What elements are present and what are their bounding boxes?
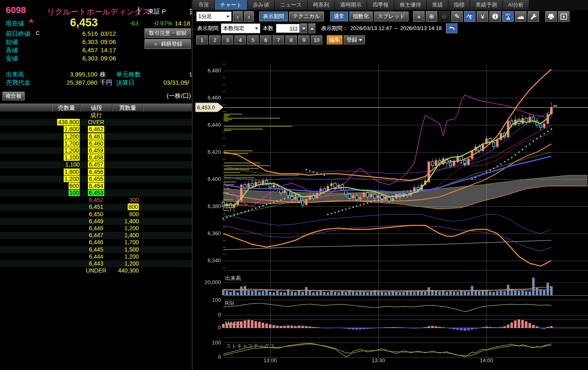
next-button[interactable]: ›	[244, 11, 254, 22]
prev-button[interactable]: ‹	[233, 11, 243, 22]
order-book-row[interactable]: 1,2006,455	[0, 176, 192, 183]
count-input[interactable]	[276, 24, 300, 33]
printer-icon[interactable]	[545, 11, 557, 22]
page-button-7[interactable]: 7	[273, 35, 284, 44]
order-book-row[interactable]: 6,4451,500	[0, 246, 192, 253]
undo-icon[interactable]	[446, 23, 457, 33]
tab-四季報[interactable]: 四季報	[367, 0, 394, 10]
order-book-row[interactable]: 6006,454	[0, 183, 192, 190]
tab-株主優待[interactable]: 株主優待	[394, 0, 427, 10]
register-dropdown[interactable]: 登録	[344, 35, 365, 44]
yen-icon[interactable]: ¥	[477, 11, 488, 22]
order-book-row[interactable]: 1,2006,461	[0, 133, 192, 140]
area-chart-icon[interactable]	[515, 11, 526, 22]
sell-qty-cell	[53, 260, 80, 267]
range-label: 表示期間：	[321, 25, 348, 32]
order-book-row[interactable]: 1,2006,459	[0, 147, 192, 154]
uptick-arrow-icon	[29, 18, 34, 22]
page-button-10[interactable]: 10	[311, 35, 322, 44]
page-button-2[interactable]: 2	[209, 35, 220, 44]
price-cell: 6,444	[80, 253, 112, 260]
order-book-row[interactable]: UNDER440,300	[0, 267, 192, 274]
tab-市況[interactable]: 市況	[193, 0, 215, 10]
page-button-5[interactable]: 5	[247, 35, 259, 44]
tab-ニュース[interactable]: ニュース	[275, 0, 308, 10]
market-label: 東証 P	[148, 8, 166, 16]
order-book-row[interactable]: 6,4491,400	[0, 218, 192, 225]
sell-qty-cell: 1,200	[53, 133, 80, 140]
page-button-8[interactable]: 8	[285, 35, 297, 44]
turnover-label: 売買代金	[6, 79, 30, 87]
buy-qty-cell: 800	[112, 211, 142, 218]
order-book-row[interactable]: 1,6006,462	[0, 126, 192, 133]
order-book-row[interactable]: 1,1006,458	[0, 154, 192, 161]
my-settings-icon[interactable]: MY	[502, 11, 514, 22]
page-button-6[interactable]: 6	[260, 35, 271, 44]
page-button-9[interactable]: 9	[298, 35, 310, 44]
timeframe-select[interactable]: 1分足	[196, 12, 232, 21]
register-stock-button[interactable]: ＋ 銘柄登録	[145, 39, 191, 49]
low-label: 安値	[6, 55, 18, 62]
sell-qty-cell: 1,700	[53, 140, 80, 147]
wrench-icon[interactable]	[528, 11, 539, 22]
order-book-row[interactable]: 成行	[0, 112, 192, 119]
spread-button[interactable]: スプレッド	[374, 12, 409, 21]
tab-業績[interactable]: 業績	[427, 0, 448, 10]
tab-適時開示[interactable]: 適時開示	[335, 0, 367, 10]
zoom-out-icon[interactable]: ⊖	[439, 11, 450, 22]
order-book-row[interactable]: 6,450800	[0, 211, 192, 218]
zoom-in-icon[interactable]: ⊕	[426, 11, 437, 22]
document-icon[interactable]	[138, 7, 139, 15]
order-book-row[interactable]: 1006,453	[0, 190, 192, 197]
price-cell: 6,455	[80, 176, 112, 183]
edit-button[interactable]: 編集	[327, 35, 342, 44]
order-book-row[interactable]: 6,451800	[0, 204, 192, 210]
order-book-row[interactable]: 6,4431,200	[0, 260, 192, 267]
order-book-row[interactable]: 6,4481,200	[0, 225, 192, 232]
composite-board-button[interactable]: 複合板	[2, 92, 25, 100]
chevron-down-icon	[255, 28, 258, 30]
order-book-row[interactable]: 1,1006,457	[0, 161, 192, 168]
sell-qty-cell	[53, 267, 80, 274]
order-book-row[interactable]: 6,452300	[0, 197, 192, 204]
info-icon[interactable]	[489, 11, 501, 22]
tab-歩み値[interactable]: 歩み値	[248, 0, 275, 10]
buy-qty-cell	[112, 112, 142, 119]
buy-qty-cell	[112, 126, 142, 133]
display-period-button[interactable]: 表示期間	[259, 12, 288, 21]
order-book-row[interactable]: 6,4471,400	[0, 232, 192, 239]
tab-チャート[interactable]: チャート	[215, 0, 248, 10]
crosshair-plus-icon[interactable]: +	[413, 11, 425, 22]
count-down-spinner[interactable]	[300, 23, 307, 33]
order-book-row[interactable]: 1,8006,456	[0, 169, 192, 176]
tab-指標[interactable]: 指標	[448, 0, 470, 10]
page-button-3[interactable]: 3	[222, 35, 233, 44]
tab-AI分析[interactable]: AI分析	[503, 0, 529, 10]
pencil-icon[interactable]: ✎	[451, 11, 463, 22]
order-book-row[interactable]: 1,7006,460	[0, 140, 192, 147]
sell-qty-cell: 1,600	[53, 126, 80, 133]
sell-qty-cell	[53, 204, 80, 210]
count-mode-select[interactable]: 本数指定	[221, 23, 260, 33]
page-button-1[interactable]: 1	[196, 35, 208, 44]
price-cell: 成行	[80, 112, 112, 119]
buy-qty-cell	[112, 169, 142, 176]
stock-code: 6098	[6, 5, 26, 16]
tab-時系列[interactable]: 時系列	[308, 0, 335, 10]
export-icon[interactable]	[558, 11, 570, 22]
trade-caution-button[interactable]: 取引注意・規制	[145, 28, 191, 38]
normal-button[interactable]: 通常	[330, 12, 348, 21]
technical-button[interactable]: テクニカル	[289, 12, 324, 21]
turnover-unit: 千円	[100, 79, 112, 87]
indexed-button[interactable]: 指数化	[349, 12, 373, 21]
unit-shares-label: 単元株数	[116, 71, 141, 79]
buy-qty-cell: 300	[112, 197, 142, 204]
trend-cursor-icon[interactable]	[464, 11, 475, 22]
page-button-4[interactable]: 4	[234, 35, 246, 44]
order-book-row[interactable]: 6,4461,700	[0, 239, 192, 246]
count-up-spinner[interactable]	[308, 23, 315, 33]
chart-canvas[interactable]	[193, 45, 588, 370]
order-book-row[interactable]: 6,4441,200	[0, 253, 192, 260]
order-book-row[interactable]: 438,800OVER	[0, 119, 192, 126]
tab-業績予測[interactable]: 業績予測	[470, 0, 503, 10]
